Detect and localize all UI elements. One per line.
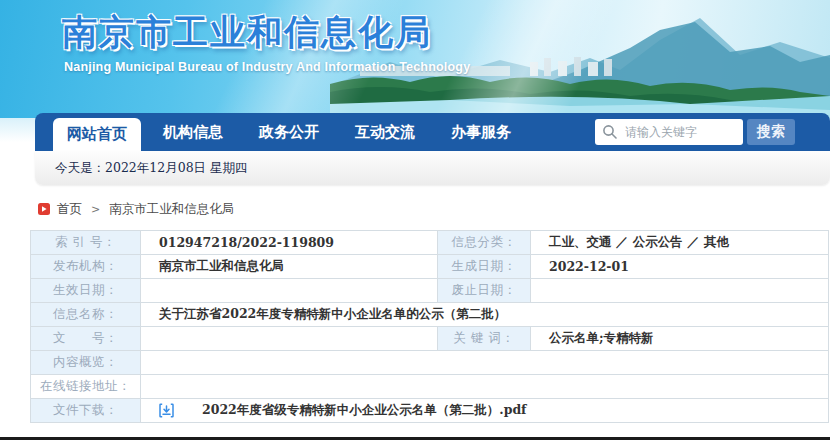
table-row: 内容概览： xyxy=(31,351,829,375)
field-label-online-link: 在线链接地址： xyxy=(31,375,141,399)
field-label-expire: 废止日期： xyxy=(438,279,531,303)
field-value-index: 012947218/2022-119809 xyxy=(141,231,438,255)
table-row: 文件下载： 2022年度省级专精特新中小企业公示名单（第二批）.pdf xyxy=(31,399,829,423)
page: 南京市工业和信息化局 Nanjing Municipal Bureau of I… xyxy=(0,0,830,443)
field-label-publisher: 发布机构： xyxy=(31,255,141,279)
nav-tab-home[interactable]: 网站首页 xyxy=(53,118,141,151)
search-icon xyxy=(602,124,618,140)
field-label-overview: 内容概览： xyxy=(31,351,141,375)
table-row: 文 号： 关 键 词： 公示名单;专精特新 xyxy=(31,327,829,351)
field-label-gen-date: 生成日期： xyxy=(438,255,531,279)
field-value-category: 工业、交通 ／ 公示公告 ／ 其他 xyxy=(531,231,829,255)
field-label-doc-no: 文 号： xyxy=(31,327,141,351)
field-value-publisher: 南京市工业和信息化局 xyxy=(141,255,438,279)
breadcrumb-home[interactable]: 首页 xyxy=(57,201,82,218)
nav-tab-gov-disclosure[interactable]: 政务公开 xyxy=(245,113,333,151)
field-label-effective: 生效日期： xyxy=(31,279,141,303)
breadcrumb-current: 南京市工业和信息化局 xyxy=(109,201,234,218)
nav-tab-interaction[interactable]: 互动交流 xyxy=(341,113,429,151)
field-label-index: 索 引 号： xyxy=(31,231,141,255)
nav-tab-agency-info[interactable]: 机构信息 xyxy=(149,113,237,151)
table-row: 生效日期： 废止日期： xyxy=(31,279,829,303)
table-row: 发布机构： 南京市工业和信息化局 生成日期： 2022-12-01 xyxy=(31,255,829,279)
field-value-gen-date: 2022-12-01 xyxy=(531,255,829,279)
window-bottom-edge xyxy=(0,437,830,440)
field-label-keywords: 关 键 词： xyxy=(438,327,531,351)
main-nav: 网站首页 机构信息 政务公开 互动交流 办事服务 搜索 xyxy=(35,113,830,151)
breadcrumb-separator: > xyxy=(91,203,100,216)
field-value-overview xyxy=(141,351,829,375)
field-value-doc-no xyxy=(141,327,438,351)
download-file-link[interactable]: 2022年度省级专精特新中小企业公示名单（第二批）.pdf xyxy=(202,402,527,419)
download-icon[interactable] xyxy=(159,403,174,418)
today-date-text: 今天是：2022年12月08日 星期四 xyxy=(55,160,248,175)
field-value-name: 关于江苏省2022年度专精特新中小企业名单的公示（第二批） xyxy=(141,303,829,327)
info-table: 索 引 号： 012947218/2022-119809 信息分类： 工业、交通… xyxy=(30,230,829,423)
field-label-download: 文件下载： xyxy=(31,399,141,423)
home-icon xyxy=(38,203,50,215)
breadcrumb: 首页 > 南京市工业和信息化局 xyxy=(38,201,234,217)
table-row: 在线链接地址： xyxy=(31,375,829,399)
field-value-expire xyxy=(531,279,829,303)
site-subtitle: Nanjing Municipal Bureau of Industry And… xyxy=(64,60,470,74)
search-bar: 搜索 xyxy=(595,119,795,145)
date-bar: 今天是：2022年12月08日 星期四 xyxy=(35,151,830,185)
table-row: 信息名称： 关于江苏省2022年度专精特新中小企业名单的公示（第二批） xyxy=(31,303,829,327)
field-label-name: 信息名称： xyxy=(31,303,141,327)
field-value-online-link xyxy=(141,375,829,399)
search-input-wrap xyxy=(595,119,743,145)
site-title: 南京市工业和信息化局 xyxy=(62,9,432,56)
field-value-keywords: 公示名单;专精特新 xyxy=(531,327,829,351)
field-label-category: 信息分类： xyxy=(438,231,531,255)
field-value-download: 2022年度省级专精特新中小企业公示名单（第二批）.pdf xyxy=(141,399,829,423)
field-value-effective xyxy=(141,279,438,303)
table-row: 索 引 号： 012947218/2022-119809 信息分类： 工业、交通… xyxy=(31,231,829,255)
search-button[interactable]: 搜索 xyxy=(747,119,795,145)
nav-tab-services[interactable]: 办事服务 xyxy=(437,113,525,151)
header-banner: 南京市工业和信息化局 Nanjing Municipal Bureau of I… xyxy=(0,0,830,118)
